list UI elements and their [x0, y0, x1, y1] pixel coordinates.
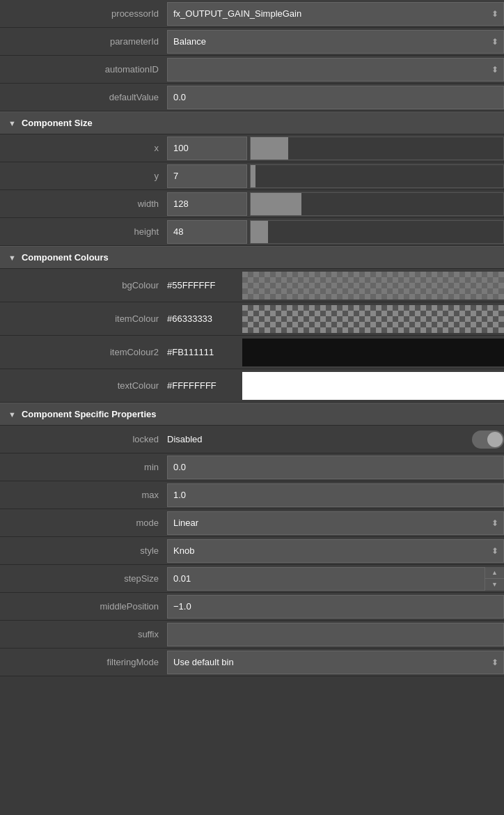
bg-colour-value: #55FFFFFF	[167, 272, 504, 300]
step-size-row: stepSize ▲ ▼	[0, 565, 504, 593]
step-size-stepper-wrapper: ▲ ▼	[167, 567, 504, 591]
mode-select-wrapper: Linear Logarithmic Exponential	[167, 511, 504, 535]
suffix-label: suffix	[0, 629, 167, 639]
style-select[interactable]: Knob Slider Bar	[167, 539, 504, 563]
item-colour-label: itemColour	[0, 313, 167, 324]
filtering-mode-select[interactable]: Use default bin	[167, 651, 504, 674]
text-colour-row: textColour #FFFFFFFF	[0, 369, 504, 403]
component-colours-section-header[interactable]: ▼ Component Colours	[0, 246, 504, 269]
properties-panel: processorId fx_OUTPUT_GAIN_SimpleGain pa…	[0, 0, 504, 676]
step-size-up-arrow[interactable]: ▲	[485, 567, 504, 580]
height-slider-fill	[251, 221, 268, 243]
mode-select[interactable]: Linear Logarithmic Exponential	[167, 511, 504, 535]
min-label: min	[0, 462, 167, 472]
locked-row: locked Disabled	[0, 426, 504, 453]
width-slider-track[interactable]	[250, 192, 504, 216]
item-colour-hex: #66333333	[167, 313, 237, 324]
max-row: max	[0, 481, 504, 509]
min-input[interactable]	[167, 456, 504, 479]
text-colour-preview[interactable]	[242, 372, 504, 400]
width-input[interactable]	[167, 192, 247, 216]
automation-id-label: automationID	[0, 64, 167, 75]
automation-id-select[interactable]	[167, 58, 504, 82]
default-value-row: defaultValue	[0, 84, 504, 111]
width-input-container	[167, 192, 504, 216]
height-label: height	[0, 226, 167, 237]
suffix-input[interactable]	[167, 623, 504, 646]
item-colour-preview[interactable]	[242, 305, 504, 333]
bg-colour-row: bgColour #55FFFFFF	[0, 269, 504, 302]
text-colour-value: #FFFFFFFF	[167, 372, 504, 400]
middle-position-row: middlePosition	[0, 593, 504, 621]
max-input[interactable]	[167, 483, 504, 507]
style-select-wrapper: Knob Slider Bar	[167, 539, 504, 563]
locked-value: Disabled	[167, 430, 504, 449]
y-slider-track[interactable]	[250, 164, 504, 188]
component-specific-section-header[interactable]: ▼ Component Specific Properties	[0, 403, 504, 426]
locked-status: Disabled	[167, 434, 203, 444]
suffix-row: suffix	[0, 621, 504, 649]
item-colour2-preview[interactable]	[242, 339, 504, 366]
parameter-id-label: parameterId	[0, 36, 167, 47]
filtering-mode-value: Use default bin	[167, 651, 504, 674]
x-slider-fill	[251, 137, 288, 160]
y-input[interactable]	[167, 164, 247, 188]
height-value	[167, 220, 504, 244]
x-input[interactable]	[167, 137, 247, 160]
automation-id-row: automationID	[0, 56, 504, 84]
height-input[interactable]	[167, 220, 247, 244]
width-value	[167, 192, 504, 216]
item-colour2-row-inner: #FB111111	[167, 339, 504, 366]
height-slider-track[interactable]	[250, 220, 504, 244]
default-value-field	[167, 86, 504, 109]
parameter-id-row: parameterId Balance	[0, 28, 504, 56]
x-input-container	[167, 137, 504, 160]
filtering-mode-row: filteringMode Use default bin	[0, 649, 504, 676]
x-row: x	[0, 134, 504, 162]
y-label: y	[0, 171, 167, 181]
component-size-section-header[interactable]: ▼ Component Size	[0, 111, 504, 134]
height-input-container	[167, 220, 504, 244]
y-input-container	[167, 164, 504, 188]
item-colour2-hex: #FB111111	[167, 347, 237, 357]
item-colour-value: #66333333	[167, 305, 504, 333]
item-colour2-value: #FB111111	[167, 339, 504, 366]
item-colour2-row: itemColour2 #FB111111	[0, 336, 504, 369]
component-specific-triangle: ▼	[8, 410, 16, 419]
text-colour-label: textColour	[0, 380, 167, 391]
item-colour2-label: itemColour2	[0, 347, 167, 357]
parameter-id-select[interactable]: Balance	[167, 30, 504, 54]
locked-toggle[interactable]	[472, 430, 504, 449]
component-colours-title: Component Colours	[22, 252, 109, 263]
mode-value: Linear Logarithmic Exponential	[167, 511, 504, 535]
middle-position-value	[167, 595, 504, 619]
step-size-input[interactable]	[167, 567, 504, 591]
bg-colour-preview[interactable]	[242, 272, 504, 300]
component-size-title: Component Size	[22, 118, 93, 128]
middle-position-input[interactable]	[167, 595, 504, 619]
processor-id-select[interactable]: fx_OUTPUT_GAIN_SimpleGain	[167, 2, 504, 26]
processor-id-label: processorId	[0, 8, 167, 19]
bg-colour-hex: #55FFFFFF	[167, 280, 237, 290]
middle-position-label: middlePosition	[0, 601, 167, 612]
processor-id-value: fx_OUTPUT_GAIN_SimpleGain	[167, 2, 504, 26]
text-colour-hex: #FFFFFFFF	[167, 380, 237, 391]
step-size-value: ▲ ▼	[167, 567, 504, 591]
text-colour-row-inner: #FFFFFFFF	[167, 372, 504, 400]
filtering-mode-select-wrapper: Use default bin	[167, 651, 504, 674]
mode-label: mode	[0, 518, 167, 528]
style-row: style Knob Slider Bar	[0, 537, 504, 565]
step-size-down-arrow[interactable]: ▼	[485, 579, 504, 591]
mode-row: mode Linear Logarithmic Exponential	[0, 509, 504, 537]
default-value-input[interactable]	[167, 86, 504, 109]
style-label: style	[0, 545, 167, 556]
y-slider-fill	[251, 165, 255, 187]
min-row: min	[0, 453, 504, 481]
automation-id-select-wrapper	[167, 58, 504, 82]
x-slider-track[interactable]	[250, 137, 504, 160]
width-row: width	[0, 190, 504, 218]
component-colours-triangle: ▼	[8, 254, 16, 262]
item-colour-row-inner: #66333333	[167, 305, 504, 333]
height-row: height	[0, 218, 504, 246]
automation-id-value	[167, 58, 504, 82]
